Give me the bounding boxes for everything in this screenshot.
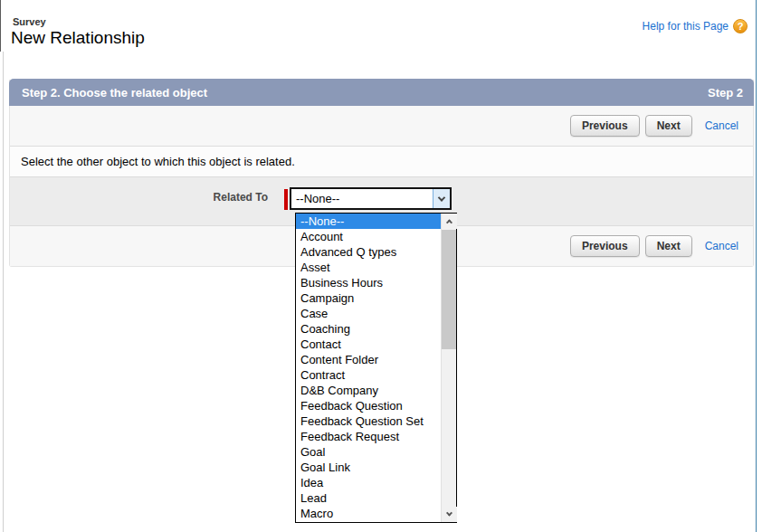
related-to-dropdown-list: --None--AccountAdvanced Q typesAssetBusi… bbox=[295, 213, 457, 523]
previous-button-top[interactable]: Previous bbox=[570, 115, 640, 137]
window-left-edge-lower bbox=[3, 52, 4, 532]
step-header-bar: Step 2. Choose the related object Step 2 bbox=[9, 79, 754, 106]
step-header-step-label: Step 2 bbox=[708, 86, 743, 100]
instruction-text: Select the other object to which this ob… bbox=[21, 155, 295, 168]
question-mark-icon[interactable]: ? bbox=[733, 19, 748, 33]
dropdown-option[interactable]: Contact bbox=[296, 337, 441, 352]
dropdown-option[interactable]: Feedback Question bbox=[296, 398, 441, 413]
dropdown-option[interactable]: Macro bbox=[296, 506, 441, 521]
previous-button-bottom[interactable]: Previous bbox=[570, 235, 640, 257]
breadcrumb: Survey bbox=[13, 16, 46, 27]
dropdown-option[interactable]: Case bbox=[296, 306, 441, 321]
dropdown-options: --None--AccountAdvanced Q typesAssetBusi… bbox=[296, 214, 441, 522]
related-to-select[interactable]: --None-- bbox=[290, 187, 452, 210]
chevron-up-icon[interactable] bbox=[442, 214, 457, 229]
window-right-edge bbox=[756, 0, 757, 532]
next-button-bottom[interactable]: Next bbox=[645, 235, 692, 257]
dropdown-option[interactable]: Lead bbox=[296, 490, 441, 506]
dropdown-option[interactable]: Contract bbox=[296, 367, 441, 383]
dropdown-option[interactable]: Campaign bbox=[296, 290, 441, 306]
cancel-link-bottom[interactable]: Cancel bbox=[705, 240, 738, 252]
dropdown-option[interactable]: Goal Link bbox=[296, 460, 441, 475]
dropdown-option[interactable]: Business Hours bbox=[296, 275, 441, 290]
chevron-down-icon[interactable] bbox=[442, 507, 457, 522]
dropdown-option[interactable]: Goal bbox=[296, 444, 441, 460]
required-indicator bbox=[284, 189, 288, 210]
dropdown-option[interactable]: Coaching bbox=[296, 321, 441, 337]
related-to-select-value: --None-- bbox=[291, 192, 433, 205]
help-for-this-page-link[interactable]: Help for this Page bbox=[643, 20, 729, 33]
next-button-top[interactable]: Next bbox=[645, 115, 692, 137]
window-left-edge bbox=[0, 0, 1, 52]
help-area: Help for this Page ? bbox=[643, 19, 748, 33]
scrollbar-thumb[interactable] bbox=[442, 230, 456, 349]
page: Survey New Relationship Help for this Pa… bbox=[0, 0, 762, 532]
chevron-down-glyph bbox=[438, 194, 445, 201]
dropdown-option[interactable]: Account bbox=[296, 229, 441, 244]
step-header-title: Step 2. Choose the related object bbox=[22, 86, 207, 100]
dropdown-option[interactable]: Content Folder bbox=[296, 352, 441, 367]
dropdown-option[interactable]: Feedback Request bbox=[296, 429, 441, 444]
cancel-link-top[interactable]: Cancel bbox=[705, 119, 738, 132]
instruction-row: Select the other object to which this ob… bbox=[10, 147, 753, 177]
top-button-row: Previous Next Cancel bbox=[10, 106, 753, 147]
dropdown-option[interactable]: Asset bbox=[296, 260, 441, 275]
chevron-down-icon[interactable] bbox=[433, 189, 450, 208]
dropdown-option[interactable]: D&B Company bbox=[296, 383, 441, 398]
dropdown-scrollbar[interactable] bbox=[441, 214, 456, 522]
dropdown-option[interactable]: Idea bbox=[296, 475, 441, 490]
dropdown-option[interactable]: Feedback Question Set bbox=[296, 413, 441, 429]
related-to-label: Related To bbox=[10, 191, 268, 204]
dropdown-option[interactable]: Advanced Q types bbox=[296, 244, 441, 260]
dropdown-option[interactable]: --None-- bbox=[296, 214, 441, 229]
page-title: New Relationship bbox=[11, 28, 145, 48]
